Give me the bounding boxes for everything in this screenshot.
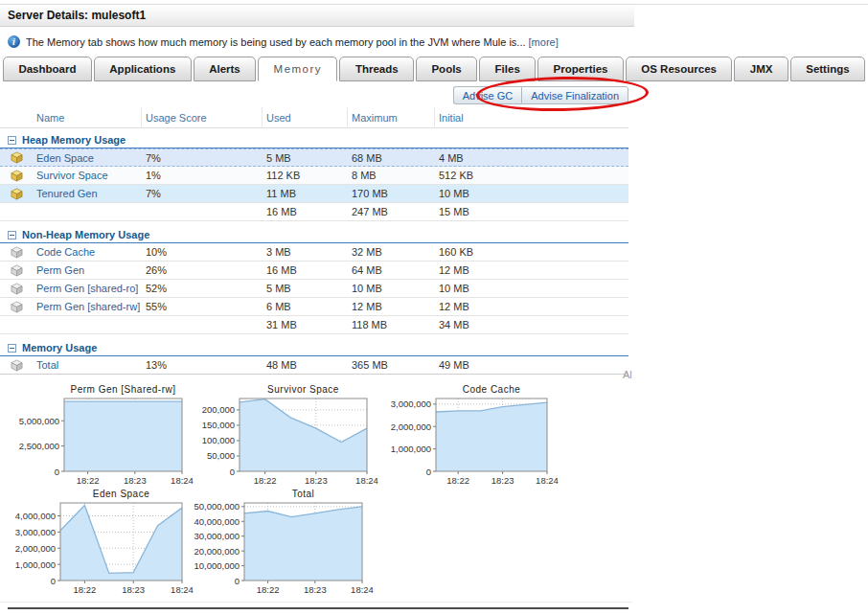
cell-name[interactable]: Perm Gen [shared-ro] bbox=[33, 283, 142, 294]
svg-text:18:24: 18:24 bbox=[536, 475, 559, 486]
table-row[interactable]: Perm Gen26%16 MB64 MB12 MB bbox=[0, 262, 628, 280]
cell-name[interactable]: Tenured Gen bbox=[33, 188, 142, 199]
table-row[interactable]: Total13%48 MB365 MB49 MB bbox=[0, 356, 628, 375]
bottom-divider-light bbox=[0, 602, 632, 603]
cell-name[interactable]: Eden Space bbox=[33, 152, 142, 164]
cell-name[interactable]: Total bbox=[33, 359, 142, 371]
tab-pools[interactable]: Pools bbox=[416, 57, 477, 81]
svg-text:200,000: 200,000 bbox=[202, 404, 235, 415]
tab-memory[interactable]: Memory bbox=[258, 57, 337, 81]
svg-text:2,500,000: 2,500,000 bbox=[19, 441, 59, 451]
chart-eden-space: 01,000,0002,000,0003,000,0004,000,00018:… bbox=[5, 488, 199, 602]
memory-pool-icon-yellow bbox=[0, 151, 33, 164]
collapse-icon[interactable] bbox=[8, 344, 16, 353]
cell-max: 170 MB bbox=[348, 188, 435, 199]
svg-text:Eden Space: Eden Space bbox=[93, 489, 150, 499]
svg-text:18:22: 18:22 bbox=[254, 475, 277, 486]
memory-pool-icon-gray bbox=[0, 283, 33, 295]
table-row[interactable]: Eden Space7%5 MB68 MB4 MB bbox=[0, 148, 628, 167]
svg-text:18:24: 18:24 bbox=[351, 584, 374, 595]
svg-text:150,000: 150,000 bbox=[202, 420, 235, 430]
tab-bar: DashboardApplicationsAlertsMemoryThreads… bbox=[0, 56, 868, 81]
svg-text:4,000,000: 4,000,000 bbox=[15, 511, 56, 521]
svg-text:0: 0 bbox=[55, 467, 59, 477]
cell-used: 16 MB bbox=[263, 264, 348, 276]
cell-initial: 10 MB bbox=[435, 188, 628, 199]
cell-total-value: 15 MB bbox=[435, 206, 628, 217]
cell-total-value: 31 MB bbox=[263, 319, 348, 330]
svg-text:Survivor Space: Survivor Space bbox=[267, 384, 339, 395]
tab-files[interactable]: Files bbox=[479, 57, 536, 81]
svg-text:18:23: 18:23 bbox=[305, 475, 328, 486]
tab-settings[interactable]: Settings bbox=[790, 57, 865, 81]
cell-used: 11 MB bbox=[263, 188, 348, 199]
column-header-usage-score[interactable]: Usage Score bbox=[142, 107, 263, 128]
table-row[interactable]: Perm Gen [shared-rw]55%6 MB12 MB12 MB bbox=[0, 298, 628, 316]
section-title: Non-Heap Memory Usage bbox=[22, 229, 149, 240]
cell-total-value: 16 MB bbox=[263, 206, 348, 217]
section-header-memory-usage[interactable]: Memory Usage bbox=[0, 340, 628, 356]
column-header-name[interactable]: Name bbox=[0, 107, 142, 128]
memory-pool-icon-yellow bbox=[0, 188, 33, 200]
section-header-heap-memory-usage[interactable]: Heap Memory Usage bbox=[0, 132, 628, 148]
cell-name[interactable]: Perm Gen [shared-rw] bbox=[33, 301, 142, 312]
collapse-icon[interactable] bbox=[8, 231, 16, 239]
section-header-non-heap-memory-usage[interactable]: Non-Heap Memory Usage bbox=[0, 227, 628, 243]
svg-text:18:23: 18:23 bbox=[122, 584, 145, 595]
table-row[interactable]: Code Cache10%3 MB32 MB160 KB bbox=[0, 243, 628, 262]
info-bar: i The Memory tab shows how much memory i… bbox=[8, 35, 630, 48]
tab-os-resources[interactable]: OS Resources bbox=[626, 57, 732, 81]
cell-max: 64 MB bbox=[348, 264, 435, 276]
svg-text:18:22: 18:22 bbox=[257, 584, 280, 595]
svg-text:0: 0 bbox=[230, 467, 235, 477]
cell-name[interactable]: Survivor Space bbox=[33, 170, 142, 181]
tab-applications[interactable]: Applications bbox=[94, 57, 192, 81]
cell-name[interactable]: Code Cache bbox=[33, 246, 142, 258]
cell-score: 7% bbox=[142, 152, 263, 164]
chart-perm-gen-shared-rw: 02,500,0005,000,00018:2218:2318:24Perm G… bbox=[9, 383, 199, 492]
more-link[interactable]: [more] bbox=[529, 36, 559, 48]
cell-initial: 49 MB bbox=[435, 359, 628, 371]
column-header-used[interactable]: Used bbox=[263, 107, 348, 128]
tab-alerts[interactable]: Alerts bbox=[194, 57, 256, 81]
section-total-row: 16 MB247 MB15 MB bbox=[0, 203, 628, 221]
svg-text:3,000,000: 3,000,000 bbox=[391, 399, 431, 409]
cell-total-value: 247 MB bbox=[348, 206, 435, 217]
cell-initial: 12 MB bbox=[435, 301, 628, 312]
svg-text:5,000,000: 5,000,000 bbox=[19, 416, 59, 426]
chart-total: 010,000,00020,000,00030,000,00040,000,00… bbox=[189, 488, 379, 602]
tab-properties[interactable]: Properties bbox=[537, 57, 624, 81]
column-header-maximum[interactable]: Maximum bbox=[348, 107, 435, 128]
column-header-initial[interactable]: Initial bbox=[435, 107, 628, 128]
svg-text:1,000,000: 1,000,000 bbox=[15, 559, 56, 570]
table-row[interactable]: Perm Gen [shared-ro]52%5 MB10 MB10 MB bbox=[0, 280, 628, 298]
tab-dashboard[interactable]: Dashboard bbox=[3, 57, 92, 81]
table-row[interactable]: Survivor Space1%112 KB8 MB512 KB bbox=[0, 167, 628, 185]
advise-finalization-button[interactable]: Advise Finalization bbox=[521, 86, 628, 104]
svg-text:18:22: 18:22 bbox=[446, 475, 469, 486]
svg-text:18:23: 18:23 bbox=[124, 475, 147, 486]
svg-text:18:24: 18:24 bbox=[355, 475, 378, 486]
tab-threads[interactable]: Threads bbox=[339, 57, 414, 81]
cell-score: 26% bbox=[142, 264, 263, 276]
cell-total-value: 34 MB bbox=[435, 319, 628, 330]
cell-max: 8 MB bbox=[348, 170, 435, 181]
svg-text:2,000,000: 2,000,000 bbox=[391, 421, 431, 432]
section-title: Heap Memory Usage bbox=[22, 134, 126, 146]
memory-pool-icon-gray bbox=[0, 246, 33, 259]
svg-text:3,000,000: 3,000,000 bbox=[15, 527, 56, 537]
memory-pool-icon-yellow bbox=[0, 170, 33, 182]
chart-code-cache: 01,000,0002,000,0003,000,00018:2218:2318… bbox=[380, 383, 564, 492]
svg-text:1,000,000: 1,000,000 bbox=[391, 444, 431, 454]
svg-text:Total: Total bbox=[292, 489, 315, 499]
cell-name[interactable]: Perm Gen bbox=[33, 264, 142, 276]
cell-score: 1% bbox=[142, 170, 263, 181]
collapse-icon[interactable] bbox=[8, 136, 16, 145]
table-row[interactable]: Tenured Gen7%11 MB170 MB10 MB bbox=[0, 185, 628, 203]
advise-gc-button[interactable]: Advise GC bbox=[453, 86, 522, 104]
svg-text:0: 0 bbox=[426, 467, 431, 477]
tab-jmx[interactable]: JMX bbox=[734, 57, 788, 81]
clipped-text-fragment: Al bbox=[623, 369, 632, 380]
cell-initial: 4 MB bbox=[435, 152, 628, 164]
svg-text:30,000,000: 30,000,000 bbox=[194, 531, 240, 541]
